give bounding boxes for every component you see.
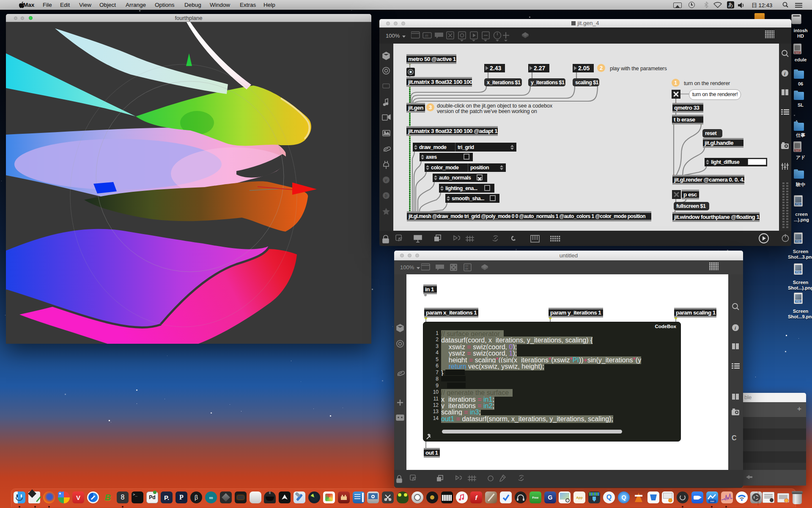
svg-text:C: C xyxy=(732,434,737,442)
svg-text:co: co xyxy=(465,264,468,267)
svg-text:de: de xyxy=(465,267,469,270)
svg-text:m: m xyxy=(425,33,428,38)
svg-text:b: b xyxy=(385,193,387,198)
